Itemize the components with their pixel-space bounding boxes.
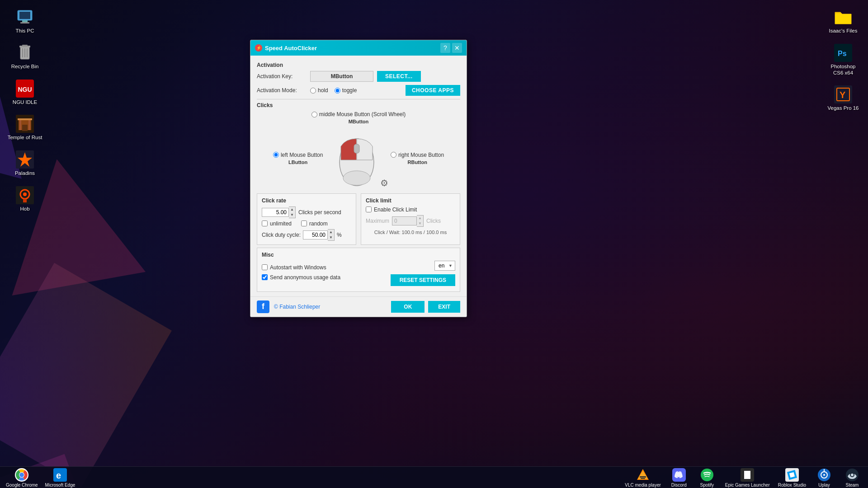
click-rate-spinner: ▲ ▼ [262, 206, 296, 218]
left-mouse-label[interactable]: left Mouse Button [273, 152, 323, 158]
reset-settings-button[interactable]: RESET SETTINGS [391, 274, 455, 286]
desktop-icon-isaacs-files[interactable]: Isaac's Files [823, 5, 863, 38]
help-button[interactable]: ? [440, 43, 450, 53]
edge-label: Microsoft Edge [45, 483, 75, 488]
taskbar-epic-games[interactable]: Epic Games Launcher [722, 467, 774, 488]
click-rate-input-row: ▲ ▼ Clicks per second [262, 206, 351, 218]
enable-limit-checkbox[interactable] [366, 206, 372, 212]
paladins-icon [16, 150, 34, 169]
desktop-icon-this-pc[interactable]: This PC [5, 5, 45, 38]
chrome-icon [14, 468, 29, 482]
epic-games-label: Epic Games Launcher [725, 483, 770, 488]
click-wait-text: Click / Wait: 100.0 ms / 100.0 ms [366, 230, 455, 235]
exit-button[interactable]: EXIT [428, 301, 460, 313]
taskbar-roblox[interactable]: Roblox Studio [774, 467, 810, 488]
desktop-icon-hob[interactable]: Hob [5, 183, 45, 216]
mode-hold-radio[interactable] [310, 88, 316, 94]
taskbar-vlc[interactable]: VLC media player [621, 467, 664, 488]
svg-rect-1 [19, 12, 30, 19]
close-button[interactable]: ✕ [452, 43, 462, 53]
svg-point-33 [343, 171, 370, 185]
click-rate-down[interactable]: ▼ [289, 212, 295, 218]
duty-cycle-label: Click duty cycle: [262, 232, 301, 238]
photoshop-label: Photoshop CS6 x64 [825, 64, 861, 76]
choose-apps-button[interactable]: CHOOSE APPS [406, 85, 460, 96]
random-checkbox[interactable] [301, 221, 307, 226]
click-limit-title: Click limit [366, 197, 455, 204]
mouse-settings-gear[interactable]: ⚙ [380, 178, 388, 188]
unlimited-row: unlimited random [262, 221, 351, 227]
middle-mouse-row: middle Mouse Button (Scroll Wheel) MButt… [257, 111, 460, 124]
middle-mouse-label[interactable]: middle Mouse Button (Scroll Wheel) [311, 111, 406, 117]
autostart-row: Autostart with Windows [262, 264, 340, 271]
autostart-label: Autostart with Windows [270, 264, 326, 271]
photoshop-icon: Ps [834, 44, 852, 62]
mode-toggle-text: toggle [342, 87, 357, 94]
right-mouse-radio[interactable] [391, 152, 396, 158]
taskbar-edge[interactable]: e Microsoft Edge [42, 467, 79, 488]
middle-mouse-sub: MButton [257, 119, 460, 124]
desktop-icon-paladins[interactable]: Paladins [5, 147, 45, 180]
left-mouse-radio[interactable] [273, 152, 279, 158]
this-pc-icon [16, 8, 34, 26]
mode-toggle-radio[interactable] [335, 88, 340, 94]
click-rate-unit: Clicks per second [298, 209, 341, 216]
taskbar-uplay[interactable]: Uplay [811, 467, 838, 488]
unlimited-label: unlimited [270, 221, 292, 227]
left-mouse-text: left Mouse Button [281, 152, 323, 158]
language-select[interactable]: en de fr [434, 261, 455, 271]
desktop-icon-photoshop[interactable]: Ps Photoshop CS6 x64 [823, 40, 863, 80]
desktop-icon-ngu-idle[interactable]: NGU NGU IDLE [5, 76, 45, 109]
svg-rect-15 [28, 119, 30, 130]
credit-link[interactable]: © Fabian Schlieper [274, 304, 320, 310]
taskbar-discord[interactable]: Discord [665, 467, 693, 488]
desktop-icon-temple-of-rust[interactable]: Temple of Rust [5, 111, 45, 145]
click-rate-title: Click rate [262, 197, 351, 204]
desktop-icon-recycle-bin[interactable]: Recycle Bin [5, 40, 45, 74]
mode-toggle-label[interactable]: toggle [335, 87, 357, 94]
max-clicks-input[interactable] [392, 216, 417, 225]
duty-cycle-down[interactable]: ▼ [328, 235, 334, 240]
facebook-icon[interactable]: f [257, 300, 269, 313]
right-mouse-sub: RButton [408, 160, 427, 165]
left-mouse-sub: LButton [288, 160, 307, 165]
activation-key-input[interactable] [310, 71, 373, 82]
duty-cycle-input[interactable] [303, 230, 328, 239]
taskbar-spotify[interactable]: Spotify [693, 467, 721, 488]
rate-limit-container: Click rate ▲ ▼ Clicks per second unlimit… [257, 193, 460, 245]
max-clicks-down[interactable]: ▼ [417, 221, 423, 226]
select-button[interactable]: SELECT... [377, 71, 421, 82]
activation-key-label: Activation Key: [257, 73, 307, 80]
svg-rect-16 [18, 118, 32, 120]
svg-rect-3 [20, 22, 29, 23]
ok-button[interactable]: OK [391, 301, 425, 313]
autostart-checkbox[interactable] [262, 264, 268, 270]
svg-rect-42 [640, 476, 646, 478]
right-mouse-label[interactable]: right Mouse Button [391, 152, 444, 158]
click-rate-input[interactable] [262, 208, 289, 217]
desktop-icon-vegas-pro[interactable]: Y Vegas Pro 16 [823, 82, 863, 115]
misc-section: Misc Autostart with Windows Send anonymo… [257, 248, 460, 292]
middle-mouse-radio[interactable] [311, 112, 317, 117]
speed-autoclicker-dialog: ⚡ Speed AutoClicker ? ✕ Activation Activ… [250, 40, 467, 317]
taskbar-chrome[interactable]: Google Chrome [2, 467, 42, 488]
max-clicks-up[interactable]: ▲ [417, 216, 423, 221]
click-rate-up[interactable]: ▲ [289, 207, 295, 212]
click-limit-box: Click limit Enable Click Limit Maximum ▲… [361, 193, 460, 245]
divider-1 [257, 99, 460, 99]
svg-point-37 [19, 473, 24, 477]
taskbar-steam[interactable]: Steam [839, 467, 866, 488]
mode-hold-label[interactable]: hold [310, 87, 328, 94]
edge-icon: e [53, 468, 67, 482]
svg-rect-23 [23, 199, 27, 202]
misc-title: Misc [262, 252, 455, 258]
desktop-icons-left: This PC Recycle Bin NGU NGU IDLE [0, 0, 50, 221]
anonymous-checkbox[interactable] [262, 274, 268, 280]
clicks-label: Clicks [426, 218, 441, 224]
dialog-titlebar: ⚡ Speed AutoClicker ? ✕ [250, 40, 467, 56]
unlimited-checkbox[interactable] [262, 221, 268, 226]
spotify-icon [700, 468, 714, 482]
enable-limit-row: Enable Click Limit [366, 206, 455, 213]
duty-cycle-up[interactable]: ▲ [328, 230, 334, 235]
svg-point-45 [701, 469, 713, 481]
